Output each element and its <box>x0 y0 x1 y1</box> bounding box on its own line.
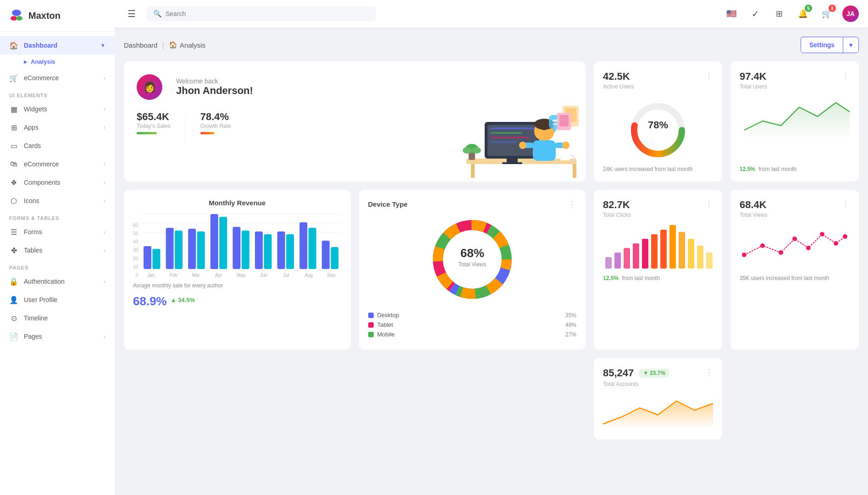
sidebar-item-ecommerce2[interactable]: 🛍 eCommerce ‹ <box>0 155 115 173</box>
sidebar-item-components[interactable]: ❖ Components ‹ <box>0 173 115 192</box>
sidebar-item-analysis[interactable]: Analysis <box>0 55 115 69</box>
svg-rect-60 <box>309 228 316 269</box>
logo: Maxton <box>0 0 115 32</box>
views-menu[interactable]: ⋮ <box>841 199 850 209</box>
svg-text:Total Views: Total Views <box>459 261 486 268</box>
chevron-right-icon: ‹ <box>104 161 105 167</box>
total-users-card: 97.4K Total Users ⋮ <box>730 61 859 182</box>
views-line-svg <box>740 223 850 269</box>
svg-rect-49 <box>188 229 196 269</box>
svg-text:68%: 68% <box>460 246 484 260</box>
sidebar-item-icons[interactable]: ⬡ Icons ‹ <box>0 192 115 210</box>
sales-stat: $65.4K Today's Sales <box>137 111 171 143</box>
svg-point-84 <box>779 250 783 255</box>
svg-point-21 <box>562 142 569 149</box>
svg-point-1 <box>11 16 17 21</box>
svg-point-0 <box>12 10 21 16</box>
svg-rect-11 <box>490 132 522 134</box>
search-input[interactable] <box>166 10 370 17</box>
shop-icon: 🛍 <box>9 160 18 169</box>
clicks-footer: 12.5% from last month <box>603 275 713 281</box>
settings-button-group: Settings ▼ <box>801 37 859 53</box>
svg-rect-29 <box>559 115 569 126</box>
sidebar-item-authentication[interactable]: 🔒 Authentication ‹ <box>0 272 115 291</box>
settings-dropdown-button[interactable]: ▼ <box>843 38 858 52</box>
lock-icon: 🔒 <box>9 277 18 286</box>
accounts-info: 85,247 ▼ 23.7% Total Accounts <box>603 367 669 387</box>
svg-rect-13 <box>490 141 518 143</box>
user-avatar[interactable]: JA <box>842 6 859 22</box>
sidebar-item-widgets[interactable]: ▦ Widgets ‹ <box>0 100 115 118</box>
sidebar-item-label: Tables <box>24 247 42 254</box>
notification-badge: 5 <box>805 5 812 12</box>
pages-icon: 📄 <box>9 332 18 341</box>
revenue-big-row: 68.9% ▲ 34.5% <box>133 292 342 308</box>
active-users-donut: 78% <box>603 98 713 158</box>
flag-button[interactable]: 🇺🇸 <box>723 6 740 22</box>
desktop-dot <box>368 313 374 318</box>
total-users-header: 97.4K Total Users ⋮ <box>740 71 850 90</box>
views-header: 68.4K Total Views ⋮ <box>740 199 850 218</box>
tablet-pct: 48% <box>565 322 576 328</box>
svg-rect-46 <box>153 249 160 269</box>
sidebar-item-tables[interactable]: ✤ Tables ‹ <box>0 241 115 259</box>
sales-value: $65.4K <box>137 111 171 123</box>
svg-rect-75 <box>651 234 658 269</box>
total-views-card: 68.4K Total Views ⋮ <box>730 190 859 350</box>
svg-rect-78 <box>679 232 685 269</box>
sidebar-item-pages[interactable]: 📄 Pages ‹ <box>0 327 115 346</box>
app-name: Maxton <box>28 11 61 21</box>
welcome-illustration <box>439 61 586 182</box>
cart-button[interactable]: 🛒 8 <box>818 6 835 22</box>
device-title: Device Type <box>368 200 408 208</box>
icons-icon: ⬡ <box>9 196 18 205</box>
sales-bar <box>137 132 157 134</box>
legend-tablet: Tablet 48% <box>368 321 577 328</box>
svg-rect-52 <box>219 217 227 269</box>
flag-icon: 🇺🇸 <box>726 9 736 19</box>
sidebar-item-forms[interactable]: ☰ Forms ‹ <box>0 223 115 241</box>
active-users-menu[interactable]: ⋮ <box>705 71 713 81</box>
section-label-pages: PAGES <box>0 259 115 272</box>
svg-rect-77 <box>669 225 676 269</box>
svg-rect-79 <box>688 239 694 269</box>
growth-bar <box>200 132 214 134</box>
sidebar-item-timeline[interactable]: ⊙ Timeline <box>0 309 115 327</box>
accounts-menu[interactable]: ⋮ <box>705 367 713 377</box>
total-users-info: 97.4K Total Users <box>740 71 767 90</box>
check-button[interactable]: ✓ <box>747 6 763 22</box>
notification-button[interactable]: 🔔 5 <box>795 6 811 22</box>
revenue-pct: ▲ 34.5% <box>171 297 195 303</box>
tablet-dot <box>368 322 374 328</box>
total-users-menu[interactable]: ⋮ <box>841 71 850 81</box>
clicks-info: 82.7K Total Clicks <box>603 199 631 218</box>
sidebar-item-ecommerce1[interactable]: 🛒 eCommerce › <box>0 69 115 87</box>
svg-rect-74 <box>642 239 648 269</box>
revenue-bar-svg <box>141 214 341 269</box>
sidebar-item-label: Icons <box>24 197 39 204</box>
section-label-forms: FORMS & TABLES <box>0 210 115 223</box>
svg-rect-17 <box>533 140 556 161</box>
views-label: Total Views <box>740 212 767 218</box>
logo-icon <box>9 8 24 23</box>
menu-button[interactable]: ☰ <box>124 6 139 21</box>
sidebar-item-apps[interactable]: ⊞ Apps ‹ <box>0 118 115 137</box>
sidebar-item-label: eCommerce <box>24 74 59 82</box>
clicks-menu[interactable]: ⋮ <box>705 199 713 209</box>
device-donut: 68% Total Views <box>368 214 577 305</box>
settings-button[interactable]: Settings <box>801 38 843 52</box>
welcome-stats: $65.4K Today's Sales 78.4% Growth Rate <box>137 111 283 143</box>
svg-point-83 <box>760 243 765 248</box>
sidebar-item-dashboard[interactable]: 🏠 Dashboard ▼ <box>0 36 115 55</box>
svg-rect-9 <box>502 162 522 164</box>
sidebar-item-userprofile[interactable]: 👤 User Profile <box>0 291 115 309</box>
badge-arrow: ▼ <box>643 370 648 376</box>
desktop-label: Desktop <box>377 312 399 319</box>
line-chart-svg <box>740 94 850 139</box>
total-users-label: Total Users <box>740 83 767 90</box>
grid-button[interactable]: ⊞ <box>771 6 787 22</box>
chevron-right-icon: ‹ <box>104 229 105 235</box>
device-menu[interactable]: ⋮ <box>568 199 576 209</box>
sidebar-item-cards[interactable]: ▭ Cards <box>0 137 115 155</box>
total-users-chart <box>740 94 850 162</box>
